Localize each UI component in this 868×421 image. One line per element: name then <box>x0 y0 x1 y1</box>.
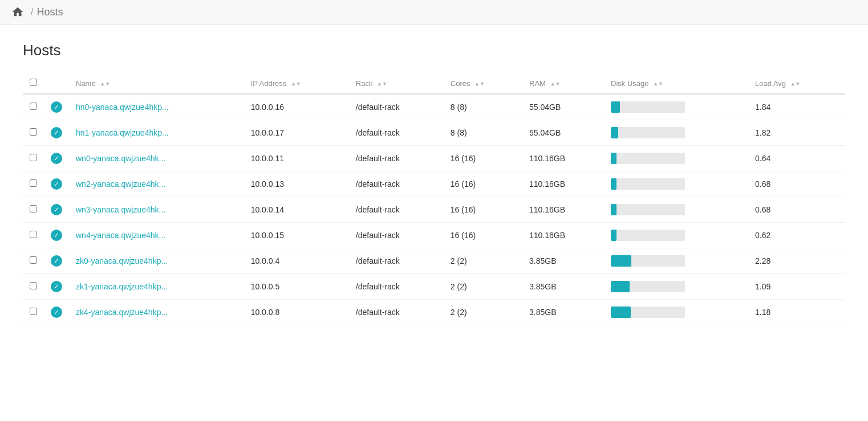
row-ram: 110.16GB <box>522 171 604 197</box>
host-link[interactable]: hn1-yanaca.qwjzue4hkp... <box>76 128 169 137</box>
disk-bar-container <box>611 281 685 292</box>
name-sort-icon[interactable]: ▲▼ <box>100 81 110 87</box>
select-all-checkbox[interactable] <box>30 79 37 86</box>
row-checkbox-cell[interactable] <box>23 223 44 248</box>
ip-sort-icon[interactable]: ▲▼ <box>291 81 301 87</box>
row-checkbox[interactable] <box>30 103 37 110</box>
row-status-cell: ✓ <box>44 274 69 300</box>
row-disk <box>604 248 748 274</box>
row-ram: 110.16GB <box>522 197 604 223</box>
row-name[interactable]: zk1-yanaca.qwjzue4hkp... <box>69 274 244 300</box>
page-heading: Hosts <box>23 42 845 59</box>
row-checkbox-cell[interactable] <box>23 146 44 171</box>
host-link[interactable]: wn3-yanaca.qwjzue4hk... <box>76 205 165 214</box>
disk-bar-fill <box>611 255 631 267</box>
cores-sort-icon[interactable]: ▲▼ <box>474 81 485 87</box>
row-ip: 10.0.0.11 <box>244 146 349 171</box>
table-row: ✓ hn1-yanaca.qwjzue4hkp... 10.0.0.17 /de… <box>23 120 845 146</box>
load-sort-icon[interactable]: ▲▼ <box>790 81 801 87</box>
row-load: 2.28 <box>748 248 845 274</box>
row-ram: 3.85GB <box>522 274 604 300</box>
row-status-cell: ✓ <box>44 146 69 171</box>
row-checkbox-cell[interactable] <box>23 300 44 325</box>
row-ram: 55.04GB <box>522 94 604 120</box>
row-checkbox-cell[interactable] <box>23 171 44 197</box>
row-checkbox[interactable] <box>30 179 37 187</box>
row-cores: 16 (16) <box>444 197 522 223</box>
host-link[interactable]: zk0-yanaca.qwjzue4hkp... <box>76 256 168 265</box>
row-name[interactable]: hn1-yanaca.qwjzue4hkp... <box>69 120 244 146</box>
disk-sort-icon[interactable]: ▲▼ <box>653 81 663 87</box>
host-link[interactable]: hn0-yanaca.qwjzue4hkp... <box>76 103 169 112</box>
row-name[interactable]: zk4-yanaca.qwjzue4hkp... <box>69 300 244 325</box>
disk-bar-container <box>611 101 685 113</box>
row-checkbox[interactable] <box>30 256 37 264</box>
row-checkbox[interactable] <box>30 128 37 136</box>
row-checkbox-cell[interactable] <box>23 197 44 223</box>
row-disk <box>604 300 748 325</box>
row-checkbox-cell[interactable] <box>23 248 44 274</box>
row-checkbox-cell[interactable] <box>23 94 44 120</box>
header-name[interactable]: Name ▲▼ <box>69 73 244 94</box>
disk-bar-fill <box>611 153 616 164</box>
row-rack: /default-rack <box>349 146 444 171</box>
status-ok-icon: ✓ <box>51 101 62 113</box>
header-rack[interactable]: Rack ▲▼ <box>349 73 444 94</box>
row-status-cell: ✓ <box>44 300 69 325</box>
row-checkbox[interactable] <box>30 282 37 289</box>
row-disk <box>604 146 748 171</box>
row-status-cell: ✓ <box>44 171 69 197</box>
row-rack: /default-rack <box>349 171 444 197</box>
row-name[interactable]: hn0-yanaca.qwjzue4hkp... <box>69 94 244 120</box>
header-select-all[interactable] <box>23 73 44 94</box>
host-link[interactable]: zk4-yanaca.qwjzue4hkp... <box>76 308 168 317</box>
home-icon[interactable] <box>11 6 24 18</box>
breadcrumb-page: Hosts <box>36 6 63 18</box>
disk-bar-fill <box>611 101 620 113</box>
row-disk <box>604 171 748 197</box>
table-row: ✓ wn0-yanaca.qwjzue4hk... 10.0.0.11 /def… <box>23 146 845 171</box>
row-name[interactable]: wn3-yanaca.qwjzue4hk... <box>69 197 244 223</box>
host-link[interactable]: zk1-yanaca.qwjzue4hkp... <box>76 282 168 291</box>
row-cores: 16 (16) <box>444 146 522 171</box>
row-disk <box>604 197 748 223</box>
row-checkbox[interactable] <box>30 308 37 315</box>
disk-bar-container <box>611 178 685 190</box>
row-checkbox[interactable] <box>30 231 37 238</box>
row-checkbox[interactable] <box>30 154 37 161</box>
row-name[interactable]: zk0-yanaca.qwjzue4hkp... <box>69 248 244 274</box>
disk-bar-fill <box>611 204 616 215</box>
row-checkbox[interactable] <box>30 205 37 212</box>
row-checkbox-cell[interactable] <box>23 120 44 146</box>
header-ram[interactable]: RAM ▲▼ <box>522 73 604 94</box>
table-row: ✓ zk4-yanaca.qwjzue4hkp... 10.0.0.8 /def… <box>23 300 845 325</box>
row-rack: /default-rack <box>349 300 444 325</box>
row-checkbox-cell[interactable] <box>23 274 44 300</box>
row-ram: 110.16GB <box>522 146 604 171</box>
header-load[interactable]: Load Avg ▲▼ <box>748 73 845 94</box>
status-ok-icon: ✓ <box>51 230 62 241</box>
row-disk <box>604 223 748 248</box>
rack-sort-icon[interactable]: ▲▼ <box>377 81 387 87</box>
row-name[interactable]: wn4-yanaca.qwjzue4hk... <box>69 223 244 248</box>
host-link[interactable]: wn4-yanaca.qwjzue4hk... <box>76 231 165 240</box>
row-ram: 110.16GB <box>522 223 604 248</box>
table-row: ✓ wn3-yanaca.qwjzue4hk... 10.0.0.14 /def… <box>23 197 845 223</box>
row-cores: 2 (2) <box>444 300 522 325</box>
row-name[interactable]: wn2-yanaca.qwjzue4hk... <box>69 171 244 197</box>
header-cores[interactable]: Cores ▲▼ <box>444 73 522 94</box>
breadcrumb-separator: / <box>31 7 33 17</box>
main-content: Hosts Name ▲▼ IP Address ▲▼ Rack ▲▼ <box>0 24 868 342</box>
status-ok-icon: ✓ <box>51 178 62 190</box>
row-status-cell: ✓ <box>44 94 69 120</box>
row-load: 1.09 <box>748 274 845 300</box>
header-ip[interactable]: IP Address ▲▼ <box>244 73 349 94</box>
host-link[interactable]: wn2-yanaca.qwjzue4hk... <box>76 179 165 189</box>
host-link[interactable]: wn0-yanaca.qwjzue4hk... <box>76 154 165 163</box>
row-ip: 10.0.0.16 <box>244 94 349 120</box>
header-disk[interactable]: Disk Usage ▲▼ <box>604 73 748 94</box>
row-name[interactable]: wn0-yanaca.qwjzue4hk... <box>69 146 244 171</box>
disk-bar-fill <box>611 178 616 190</box>
row-load: 1.18 <box>748 300 845 325</box>
ram-sort-icon[interactable]: ▲▼ <box>550 81 561 87</box>
